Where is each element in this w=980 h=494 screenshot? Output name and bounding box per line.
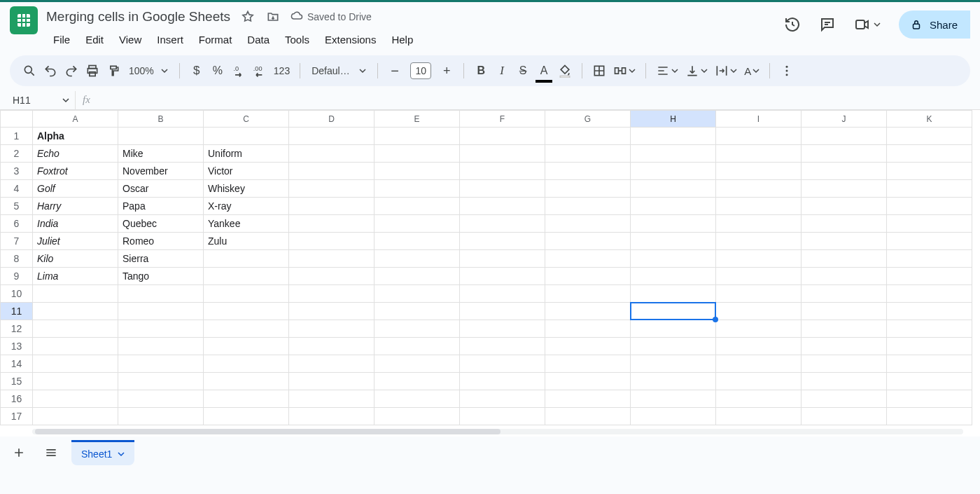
cell-D13[interactable] [289,338,374,355]
cell-F12[interactable] [460,320,545,338]
cell-G3[interactable] [545,163,631,180]
cell-G13[interactable] [545,338,631,355]
cell-G1[interactable] [545,128,631,145]
name-box[interactable]: H11 [10,91,76,109]
cell-K15[interactable] [887,373,972,390]
cell-I11[interactable] [716,303,802,320]
cell-F6[interactable] [460,215,545,233]
cell-A11[interactable] [33,303,118,320]
column-header-F[interactable]: F [460,111,545,128]
cell-C4[interactable]: Whiskey [204,180,289,198]
cell-E10[interactable] [374,285,460,303]
print-icon[interactable] [83,60,102,81]
cell-F2[interactable] [460,145,545,163]
cell-D1[interactable] [289,128,374,145]
cell-G12[interactable] [545,320,631,338]
cell-D5[interactable] [289,198,374,215]
cell-H2[interactable] [631,145,716,163]
cell-B14[interactable] [118,355,204,373]
cell-D14[interactable] [289,355,374,373]
menu-file[interactable]: File [46,31,77,48]
cell-J17[interactable] [802,408,887,425]
menu-edit[interactable]: Edit [78,31,111,48]
cell-E13[interactable] [374,338,460,355]
formula-input[interactable] [97,90,980,109]
horizontal-align-button[interactable] [653,60,681,81]
cell-H3[interactable] [631,163,716,180]
more-toolbar-icon[interactable] [777,60,797,81]
star-icon[interactable] [240,9,255,25]
cell-C9[interactable] [204,268,289,285]
cell-I3[interactable] [716,163,802,180]
cell-F14[interactable] [460,355,545,373]
cell-F9[interactable] [460,268,545,285]
cell-F11[interactable] [460,303,545,320]
row-header-7[interactable]: 7 [1,233,33,250]
cell-C1[interactable] [204,128,289,145]
cell-K8[interactable] [887,250,972,268]
merge-cells-button[interactable] [610,60,638,81]
cell-F17[interactable] [460,408,545,425]
cell-A16[interactable] [33,390,118,408]
column-header-K[interactable]: K [887,111,972,128]
cell-C6[interactable]: Yankee [204,215,289,233]
cell-C13[interactable] [204,338,289,355]
cell-E11[interactable] [374,303,460,320]
menu-format[interactable]: Format [192,31,239,48]
menu-insert[interactable]: Insert [150,31,190,48]
cell-J8[interactable] [802,250,887,268]
cell-A3[interactable]: Foxtrot [33,163,118,180]
cell-I14[interactable] [716,355,802,373]
cell-B13[interactable] [118,338,204,355]
cell-D12[interactable] [289,320,374,338]
row-header-13[interactable]: 13 [1,338,33,355]
column-header-C[interactable]: C [204,111,289,128]
cell-H11[interactable] [631,303,716,320]
row-header-8[interactable]: 8 [1,250,33,268]
cell-B9[interactable]: Tango [118,268,204,285]
history-icon[interactable] [784,16,801,33]
cell-C5[interactable]: X-ray [204,198,289,215]
cell-E8[interactable] [374,250,460,268]
cell-C12[interactable] [204,320,289,338]
cell-K11[interactable] [887,303,972,320]
vertical-align-button[interactable] [682,60,710,81]
cell-K6[interactable] [887,215,972,233]
cell-K1[interactable] [887,128,972,145]
comments-icon[interactable] [819,16,836,33]
cell-H13[interactable] [631,338,716,355]
cell-G4[interactable] [545,180,631,198]
cell-E3[interactable] [374,163,460,180]
cell-G5[interactable] [545,198,631,215]
cell-A17[interactable] [33,408,118,425]
cell-I8[interactable] [716,250,802,268]
sheets-logo[interactable] [10,6,38,34]
cell-A12[interactable] [33,320,118,338]
document-title[interactable]: Merging cells in Google Sheets [46,9,230,25]
cell-E6[interactable] [374,215,460,233]
cell-F3[interactable] [460,163,545,180]
cell-E17[interactable] [374,408,460,425]
bold-button[interactable]: B [471,60,491,81]
cell-F8[interactable] [460,250,545,268]
row-header-11[interactable]: 11 [1,303,33,320]
row-header-9[interactable]: 9 [1,268,33,285]
cell-B5[interactable]: Papa [118,198,204,215]
cell-J4[interactable] [802,180,887,198]
cell-A2[interactable]: Echo [33,145,118,163]
cell-G17[interactable] [545,408,631,425]
cell-H16[interactable] [631,390,716,408]
row-header-3[interactable]: 3 [1,163,33,180]
cell-J1[interactable] [802,128,887,145]
row-header-2[interactable]: 2 [1,145,33,163]
cell-F13[interactable] [460,338,545,355]
text-rotation-button[interactable]: A [741,60,762,81]
cell-C15[interactable] [204,373,289,390]
cell-G6[interactable] [545,215,631,233]
cell-B3[interactable]: November [118,163,204,180]
column-header-A[interactable]: A [33,111,118,128]
cell-K2[interactable] [887,145,972,163]
cell-H6[interactable] [631,215,716,233]
cell-K9[interactable] [887,268,972,285]
increase-decimal-icon[interactable]: .00 [250,60,270,81]
